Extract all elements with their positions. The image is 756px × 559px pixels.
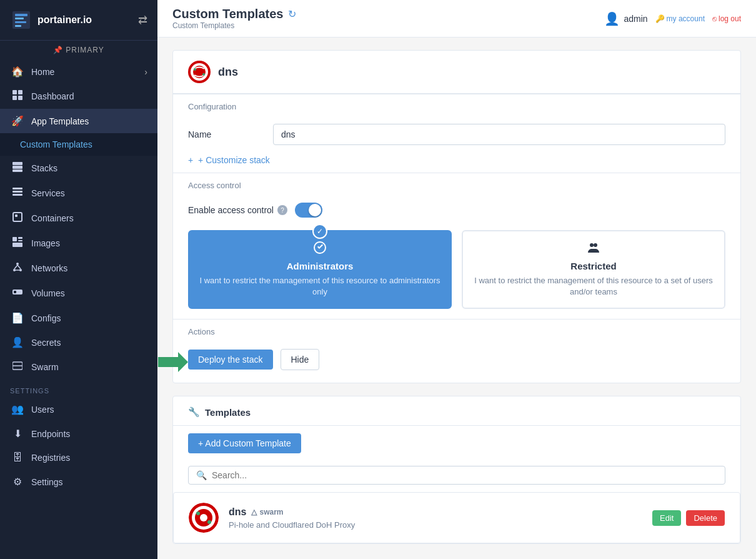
restricted-role-card[interactable]: Restricted I want to restrict the manage… (462, 230, 725, 309)
svg-point-35 (194, 68, 196, 71)
portainer-logo-icon (10, 9, 32, 31)
sidebar-item-users[interactable]: 👥 Users (0, 397, 157, 421)
template-name: dns △ swarm (229, 506, 652, 518)
page-title: Custom Templates (172, 7, 283, 21)
content-area: dns Configuration Name + + Customize sta… (157, 38, 756, 559)
sidebar-item-settings[interactable]: ⚙ Settings (0, 470, 157, 494)
transfer-icon[interactable]: ⇄ (138, 13, 147, 27)
sidebar-item-configs[interactable]: 📄 Configs (0, 306, 157, 330)
admin-role-icon (199, 241, 440, 257)
logo-text: portainer.io (37, 14, 92, 26)
svg-rect-18 (12, 237, 17, 241)
name-label: Name (188, 129, 263, 139)
user-menu[interactable]: 👤 admin (604, 11, 647, 26)
customize-plus-icon: + (188, 155, 193, 165)
sidebar-item-stacks[interactable]: Stacks (0, 156, 157, 181)
topbar-left: Custom Templates ↻ Custom Templates (172, 7, 296, 30)
svg-rect-8 (12, 96, 17, 100)
help-icon[interactable]: ? (277, 205, 287, 215)
endpoints-icon: ⬇ (10, 428, 25, 440)
configuration-section: Configuration (173, 94, 740, 116)
sidebar-item-registries[interactable]: 🗄 Registries (0, 446, 157, 470)
secrets-icon: 👤 (10, 336, 25, 348)
admin-role-name: Administrators (199, 261, 440, 271)
swarm-icon (10, 361, 25, 373)
logout-icon: ⎋ (712, 14, 717, 23)
svg-point-45 (207, 520, 211, 524)
networks-icon (10, 262, 25, 274)
svg-point-43 (200, 514, 207, 521)
access-control-row: Enable access control ? (173, 195, 740, 225)
add-template-row: + Add Custom Template (173, 426, 740, 461)
hide-button[interactable]: Hide (281, 349, 320, 370)
name-input[interactable] (273, 124, 725, 145)
sidebar-item-dashboard[interactable]: Dashboard (0, 84, 157, 109)
edit-template-button[interactable]: Edit (652, 510, 681, 526)
my-account-icon: 🔑 (655, 14, 665, 23)
template-desc: Pi-hole and Cloudflared DoH Proxy (229, 520, 652, 530)
svg-point-44 (196, 511, 200, 515)
templates-title: Templates (205, 407, 251, 418)
sidebar-item-home[interactable]: 🏠 Home › (0, 59, 157, 84)
dns-deploy-card: dns Configuration Name + + Customize sta… (172, 50, 741, 383)
svg-point-38 (594, 243, 597, 247)
search-icon: 🔍 (196, 470, 207, 480)
customize-stack-link[interactable]: + + Customize stack (173, 153, 740, 173)
services-icon (10, 187, 25, 199)
topbar: Custom Templates ↻ Custom Templates 👤 ad… (157, 0, 756, 38)
sidebar-item-secrets[interactable]: 👤 Secrets (0, 330, 157, 355)
images-icon (10, 237, 25, 249)
access-control-section: Access control (173, 173, 740, 195)
green-arrow-icon (158, 352, 188, 372)
arrow-indicator (158, 352, 188, 372)
refresh-icon[interactable]: ↻ (288, 8, 296, 20)
sidebar-item-app-templates[interactable]: 🚀 App Templates (0, 109, 157, 133)
access-control-toggle[interactable] (295, 203, 322, 218)
svg-point-36 (202, 73, 205, 76)
name-form-group: Name (173, 116, 740, 153)
template-badge: △ swarm (251, 508, 283, 516)
svg-rect-29 (14, 291, 16, 293)
role-cards: ✓ Administrators I want to restrict the … (173, 225, 740, 319)
actions-section: Actions (173, 319, 740, 341)
template-logo (189, 503, 219, 533)
dns-title: dns (218, 66, 238, 79)
users-icon: 👥 (10, 403, 25, 415)
enable-access-label: Enable access control ? (188, 205, 287, 215)
my-account-link[interactable]: 🔑 my account (655, 14, 705, 23)
sidebar: portainer.io ⇄ 📌 PRIMARY 🏠 Home › Dashbo… (0, 0, 157, 559)
sidebar-item-endpoints[interactable]: ⬇ Endpoints (0, 421, 157, 446)
template-list-item: dns △ swarm Pi-hole and Cloudflared DoH … (173, 492, 740, 543)
dns-header: dns (173, 51, 740, 94)
actions-row: Deploy the stack Hide (173, 341, 740, 383)
primary-label: 📌 PRIMARY (0, 41, 157, 59)
sidebar-item-swarm[interactable]: Swarm (0, 355, 157, 380)
sidebar-item-services[interactable]: Services (0, 181, 157, 206)
svg-line-26 (17, 265, 21, 269)
log-out-link[interactable]: ⎋ log out (712, 14, 741, 23)
settings-icon: ⚙ (10, 476, 25, 488)
delete-template-button[interactable]: Delete (686, 510, 725, 526)
selected-check: ✓ (312, 224, 327, 239)
sidebar-item-containers[interactable]: Containers (0, 206, 157, 231)
add-custom-template-button[interactable]: + Add Custom Template (188, 433, 301, 453)
actions-container: Deploy the stack Hide (173, 341, 740, 383)
restricted-role-icon (473, 241, 714, 257)
svg-rect-14 (12, 191, 22, 193)
sidebar-item-volumes[interactable]: Volumes (0, 281, 157, 306)
administrators-role-card[interactable]: ✓ Administrators I want to restrict the … (188, 230, 452, 309)
svg-rect-7 (18, 90, 22, 94)
svg-rect-15 (12, 194, 22, 196)
settings-section-label: SETTINGS (0, 382, 157, 397)
sidebar-item-networks[interactable]: Networks (0, 256, 157, 281)
topbar-links: 🔑 my account ⎋ log out (655, 14, 741, 23)
svg-rect-6 (12, 90, 17, 94)
sidebar-item-images[interactable]: Images (0, 231, 157, 256)
containers-icon (10, 212, 25, 224)
svg-point-22 (16, 263, 19, 265)
deploy-stack-button[interactable]: Deploy the stack (188, 350, 273, 370)
svg-rect-3 (15, 18, 24, 19)
home-arrow-icon: › (144, 67, 147, 77)
sidebar-item-custom-templates[interactable]: Custom Templates (0, 133, 157, 156)
search-input[interactable] (212, 470, 717, 480)
